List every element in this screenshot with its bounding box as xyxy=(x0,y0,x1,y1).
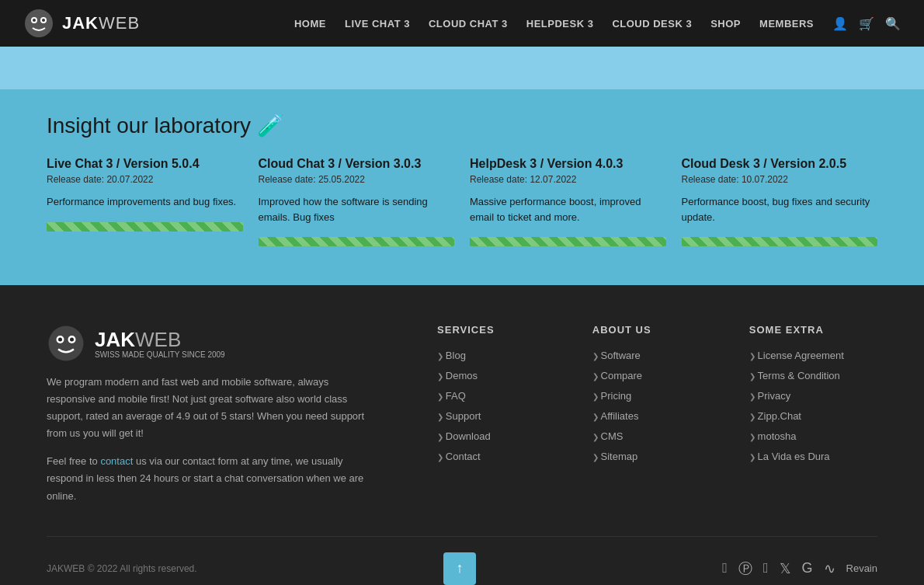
lab-cards: Live Chat 3 / Version 5.0.4 Release date… xyxy=(47,157,877,246)
svg-point-8 xyxy=(58,338,62,342)
lab-card-1: Cloud Chat 3 / Version 3.0.3 Release dat… xyxy=(259,157,455,246)
list-item: La Vida es Dura xyxy=(749,449,844,463)
footer-top: JAKWEB SWISS MADE QUALITY SINCE 2009 We … xyxy=(47,324,877,505)
blue-strip xyxy=(0,47,924,89)
list-item: Pricing xyxy=(592,388,651,402)
list-item: Support xyxy=(437,409,495,423)
scroll-top-button[interactable]: ↑ xyxy=(443,552,476,585)
footer-link-software[interactable]: Software xyxy=(592,350,641,361)
footer-link-contact[interactable]: Contact xyxy=(437,451,481,462)
nav-helpdesk-3[interactable]: HELPDESK 3 xyxy=(526,18,594,30)
footer-link-faq[interactable]: FAQ xyxy=(437,390,466,402)
footer-link-motosha[interactable]: motosha xyxy=(749,430,797,442)
footer-services-list: Blog Demos FAQ Support Download Contact xyxy=(437,348,495,463)
list-item: Affiliates xyxy=(592,409,651,423)
list-item: FAQ xyxy=(437,388,495,402)
lab-card-title-2: HelpDesk 3 / Version 4.0.3 xyxy=(470,157,666,171)
nav-shop[interactable]: SHOP xyxy=(710,18,741,30)
footer-link-download[interactable]: Download xyxy=(437,430,491,442)
footer-bottom: JAKWEB © 2022 All rights reserved. ↑  Ⓟ… xyxy=(47,536,877,585)
footer-link-compare[interactable]: Compare xyxy=(592,370,642,381)
footer-about-heading: ABOUT US xyxy=(592,324,651,336)
footer-services-heading: SERVICES xyxy=(437,324,495,336)
facebook-icon[interactable]:  xyxy=(763,560,769,576)
nav-members[interactable]: MEMBERS xyxy=(759,18,814,30)
lab-card-title-3: Cloud Desk 3 / Version 2.0.5 xyxy=(682,157,878,171)
footer-logo-text: JAKWEB xyxy=(95,328,225,352)
footer-link-terms[interactable]: Terms & Condition xyxy=(749,370,840,381)
logo-text: JAKWEB xyxy=(62,13,140,33)
footer: JAKWEB SWISS MADE QUALITY SINCE 2009 We … xyxy=(0,285,924,585)
footer-link-cms[interactable]: CMS xyxy=(592,430,624,442)
footer-desc: We program modern and fast web and mobil… xyxy=(47,374,373,442)
header: JAKWEB HOME LIVE CHAT 3 CLOUD CHAT 3 HEL… xyxy=(0,0,924,47)
nav-cloud-chat-3[interactable]: CLOUD CHAT 3 xyxy=(429,18,508,30)
lab-card-desc-3: Performance boost, bug fixes and securit… xyxy=(682,194,878,225)
footer-col-about: ABOUT US Software Compare Pricing Affili… xyxy=(592,324,651,505)
nav-live-chat-3[interactable]: LIVE CHAT 3 xyxy=(345,18,410,30)
svg-point-5 xyxy=(49,326,84,361)
footer-link-sitemap[interactable]: Sitemap xyxy=(592,451,637,462)
nav-icons: 👤 🛒 🔍 xyxy=(832,16,901,31)
google-icon[interactable]: G xyxy=(802,560,813,576)
footer-link-zipp[interactable]: Zipp.Chat xyxy=(749,410,801,422)
lab-card-progress-1 xyxy=(259,237,455,246)
android-icon[interactable]: Ⓟ xyxy=(738,559,752,578)
footer-link-demos[interactable]: Demos xyxy=(437,370,478,381)
lab-card-2: HelpDesk 3 / Version 4.0.3 Release date:… xyxy=(470,157,666,246)
footer-contact-link[interactable]: contact xyxy=(100,455,133,467)
footer-logo-name: JAKWEB SWISS MADE QUALITY SINCE 2009 xyxy=(95,328,225,359)
lab-title: Insight our laboratory 🧪 xyxy=(47,113,877,138)
footer-tagline: SWISS MADE QUALITY SINCE 2009 xyxy=(95,350,225,359)
main-nav: HOME LIVE CHAT 3 CLOUD CHAT 3 HELPDESK 3… xyxy=(294,16,901,31)
revain-badge: Revain xyxy=(846,562,877,574)
footer-brand: JAKWEB SWISS MADE QUALITY SINCE 2009 We … xyxy=(47,324,373,505)
list-item: Demos xyxy=(437,368,495,382)
twitter-icon[interactable]: 𝕏 xyxy=(780,560,791,577)
scroll-top-arrow-icon: ↑ xyxy=(456,560,463,576)
cart-icon[interactable]: 🛒 xyxy=(859,16,874,31)
footer-logo-icon xyxy=(47,324,85,363)
footer-link-pricing[interactable]: Pricing xyxy=(592,390,632,402)
lab-card-date-0: Release date: 20.07.2022 xyxy=(47,174,243,185)
lab-card-desc-2: Massive performance boost, improved emai… xyxy=(470,194,666,225)
nav-home[interactable]: HOME xyxy=(294,18,326,30)
lab-card-0: Live Chat 3 / Version 5.0.4 Release date… xyxy=(47,157,243,246)
footer-link-license[interactable]: License Agreement xyxy=(749,350,844,361)
footer-social:  Ⓟ  𝕏 G ∿ Revain xyxy=(722,559,877,578)
list-item: License Agreement xyxy=(749,348,844,362)
lab-card-progress-3 xyxy=(682,237,878,246)
logo-area: JAKWEB xyxy=(23,8,140,39)
lab-card-date-1: Release date: 25.05.2022 xyxy=(259,174,455,185)
list-item: Download xyxy=(437,429,495,443)
lab-card-progress-0 xyxy=(47,222,243,232)
list-item: Sitemap xyxy=(592,449,651,463)
svg-point-4 xyxy=(42,19,45,22)
search-icon[interactable]: 🔍 xyxy=(885,16,901,31)
list-item: Contact xyxy=(437,449,495,463)
footer-link-blog[interactable]: Blog xyxy=(437,350,466,361)
revain-label: Revain xyxy=(846,562,877,574)
footer-logo: JAKWEB SWISS MADE QUALITY SINCE 2009 xyxy=(47,324,373,363)
lab-card-3: Cloud Desk 3 / Version 2.0.5 Release dat… xyxy=(682,157,878,246)
lab-card-desc-1: Improved how the software is sending ema… xyxy=(259,194,455,225)
logo-icon xyxy=(23,8,54,39)
list-item: CMS xyxy=(592,429,651,443)
lab-card-progress-2 xyxy=(470,237,666,246)
footer-link-affiliates[interactable]: Affiliates xyxy=(592,410,639,422)
footer-about-list: Software Compare Pricing Affiliates CMS … xyxy=(592,348,651,463)
list-item: Zipp.Chat xyxy=(749,409,844,423)
lab-card-date-3: Release date: 10.07.2022 xyxy=(682,174,878,185)
rss-icon[interactable]: ∿ xyxy=(824,560,835,577)
lab-card-title-0: Live Chat 3 / Version 5.0.4 xyxy=(47,157,243,171)
lab-card-title-1: Cloud Chat 3 / Version 3.0.3 xyxy=(259,157,455,171)
user-icon[interactable]: 👤 xyxy=(832,16,848,31)
apple-icon[interactable]:  xyxy=(722,560,728,576)
lab-card-date-2: Release date: 12.07.2022 xyxy=(470,174,666,185)
footer-link-support[interactable]: Support xyxy=(437,410,481,422)
nav-cloud-desk-3[interactable]: CLOUD DESK 3 xyxy=(612,18,692,30)
footer-link-privacy[interactable]: Privacy xyxy=(749,390,790,402)
svg-point-0 xyxy=(25,9,53,37)
footer-link-lavida[interactable]: La Vida es Dura xyxy=(749,451,830,462)
footer-col-services: SERVICES Blog Demos FAQ Support Download… xyxy=(437,324,495,505)
